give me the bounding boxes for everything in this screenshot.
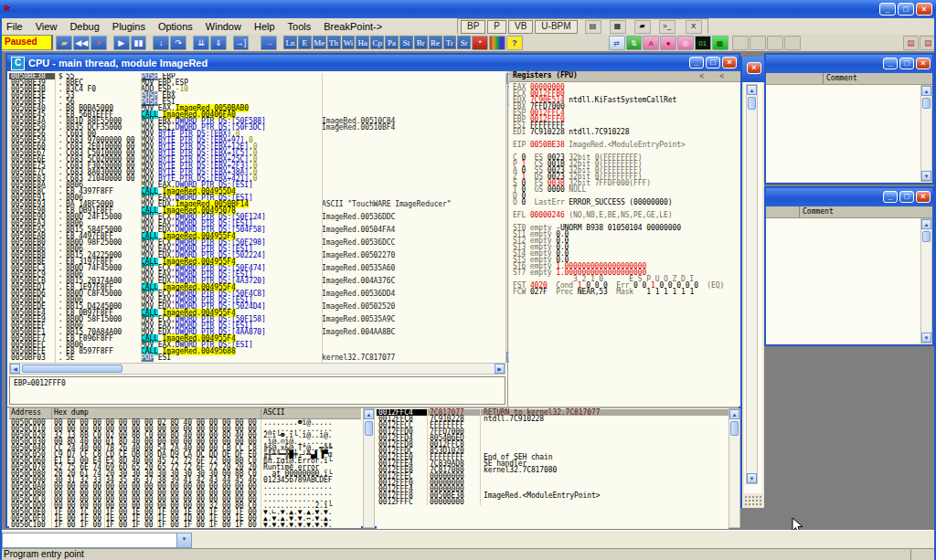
background-window-close-button[interactable]: × [747,62,761,74]
step-over-button-icon[interactable]: ↷ [170,36,186,50]
scroll-thumb[interactable] [748,97,756,110]
page-button[interactable]: ▤ [903,36,920,50]
terminate-button-icon[interactable]: × [90,36,107,50]
pane-button-cp[interactable]: Cp [370,36,384,49]
dump-pane[interactable]: Address Hex dump ASCII 0050C00000 00 00 … [9,408,361,528]
cpu-restore-button[interactable]: □ [706,57,720,69]
disasm-row[interactable]: 0050BE3B.83C4 F0ADD ESP,-10 [9,86,505,92]
stack-pane[interactable]: 0012FFC47C817077RETURN to kernel32.7C817… [377,408,729,529]
stack-row[interactable]: 0012FFFC00000000 [377,499,729,505]
cpu-window-titlebar[interactable]: C CPU - main thread, module ImageRed _ □… [7,55,739,71]
close-button[interactable]: × [916,58,931,69]
column-divider[interactable] [823,73,824,84]
comment-column-header[interactable]: Comment [766,206,932,218]
scroll-up-icon[interactable]: ▲ [747,85,757,95]
windows-button-icon[interactable]: ▦ [712,36,729,50]
pane-button-ha[interactable]: Ha [356,36,369,49]
resize-grip[interactable] [744,494,762,506]
cpu-minimize-button[interactable]: _ [689,57,704,69]
column-divider[interactable] [55,73,56,363]
console-button[interactable]: >_ [659,20,675,34]
comment-window-2[interactable]: _ □ × Comment ▲ ▼ [764,186,934,346]
disasm-row[interactable]: 0050BE3E.53PUSH EBX [9,92,505,99]
disasm-row[interactable]: 0050BEE9.8B0D 58F15000MOV ECX,DWORD PTR … [9,316,505,322]
command-input[interactable] [3,534,176,547]
column-divider[interactable] [799,206,800,217]
scroll-thumb[interactable] [22,365,122,373]
register-line[interactable]: FCW 027F Prec NEAR,53 Mask 1 1 1 1 1 1 [513,289,740,295]
empty-button[interactable] [767,36,783,50]
scroll-right-icon[interactable]: ▶ [495,364,505,374]
disasm-row[interactable]: 0050BE38$55PUSH EBP [9,73,505,79]
gear-icon[interactable]: * [472,36,488,50]
restore-button[interactable]: □ [899,191,914,203]
animate-over-button-icon[interactable]: ⇓ [210,36,227,50]
bp-toolbar-button-bp[interactable]: BP [461,20,485,34]
empty-button[interactable] [750,36,766,50]
menu-item-breakpoint[interactable]: BreakPoint-> [317,20,388,33]
register-line[interactable]: EDI 7C910228 ntdll.7C910228 [513,129,740,135]
disasm-row[interactable]: 0050BEC3.8B0D 74F45000MOV ECX,DWORD PTR … [9,265,505,271]
notepad-button[interactable]: ▤ [585,20,601,34]
log-button[interactable]: ▦ [610,20,626,34]
command-combobox[interactable]: ▼ [2,533,192,548]
scroll-up-icon[interactable]: ▲ [921,86,931,96]
stack-vscrollbar[interactable]: ▲ [729,408,740,528]
scroll-thumb[interactable] [922,231,931,242]
bp-toolbar-button-p[interactable]: P [487,20,506,34]
scroll-thumb[interactable] [730,421,739,436]
scroll-up-icon[interactable]: ▲ [364,409,374,419]
column-divider[interactable] [141,73,142,363]
pane-button-ln[interactable]: Ln [283,36,297,49]
help-icon[interactable]: ? [506,36,523,50]
scroll-down-icon[interactable]: ▼ [921,171,931,181]
pane-button-me[interactable]: Me [313,36,326,49]
register-line[interactable]: EIP 0050BE38 ImageRed.<ModuleEntryPoint> [513,142,740,148]
scroll-thumb[interactable] [922,98,931,109]
disassembly-hscrollbar[interactable]: ◀ ▶ [9,363,505,375]
restore-button[interactable]: □ [899,58,914,69]
minimize-button[interactable]: _ [883,191,898,203]
vscrollbar[interactable]: ▲ ▼ [920,85,932,182]
scroll-up-icon[interactable]: ▲ [921,219,931,229]
comment-window-1-titlebar[interactable]: _ □ × [766,55,932,73]
pane-button-th[interactable]: Th [327,36,341,49]
app-titlebar[interactable]: * _ □ × [0,0,936,18]
menu-item-window[interactable]: Window [199,20,248,33]
scroll-left-icon[interactable]: ◀ [10,364,20,374]
column-divider[interactable] [322,73,323,363]
run-button-icon[interactable]: ▶ [113,36,130,50]
pane-button-wi[interactable]: Wi [342,36,356,49]
bp-toolbar-button-vb[interactable]: VB [508,20,533,34]
bp-toolbar-button-u-bpm[interactable]: U-BPM [535,20,577,34]
background-window-titlebar[interactable]: × [742,57,764,82]
cpu-window[interactable]: C CPU - main thread, module ImageRed _ □… [5,53,740,528]
disasm-row[interactable]: 0050BEF7.E8 F896F8FFCALL ImageRed.004955… [9,335,505,342]
comment-window-2-titlebar[interactable]: _ □ × [766,188,932,206]
menu-item-debug[interactable]: Debug [63,20,105,33]
disasm-row[interactable]: 0050BEFE.E8 8597F8FFCALL ImageRed.004956… [9,348,505,354]
restore-button[interactable]: □ [898,3,914,16]
empty-button[interactable] [784,36,801,50]
execute-till-return-button-icon[interactable]: →] [233,36,250,50]
scroll-up-icon[interactable]: ▲ [729,409,739,419]
open-file-button-icon[interactable]: ▰ [56,36,72,50]
close-button[interactable]: × [916,3,932,16]
registers-header[interactable]: Registers (FPU) < < [509,71,740,82]
disasm-row[interactable]: 0050BE8C.E8 4397F8FFCALL ImageRed.004955… [9,188,505,195]
background-window-vscrollbar[interactable]: ▲ ▼ [746,84,758,484]
background-window-edge[interactable]: × ▲ ▼ [740,57,764,508]
registers-pane[interactable]: Registers (FPU) < < EAX 00000000ECX 0012… [509,71,740,407]
minimize-button[interactable]: _ [883,58,898,69]
scroll-down-icon[interactable]: ▼ [747,473,757,483]
pause-button-icon[interactable]: ▮▮ [131,36,147,50]
register-line[interactable]: EFL 00000246 (NO,NB,E,BE,NS,PE,GE,LE) [513,212,740,218]
dump-vscrollbar[interactable]: ▲ [363,408,375,528]
pane-button-st[interactable]: St [399,36,413,49]
menu-item-tools[interactable]: Tools [282,20,318,33]
step-into-button-icon[interactable]: ↓ [153,36,169,50]
menu-item-options[interactable]: Options [152,20,199,33]
menu-item-view[interactable]: View [29,20,64,33]
window-border-left[interactable] [0,18,2,560]
comment-window-1[interactable]: _ □ × Comment ▲ ▼ [764,53,934,185]
